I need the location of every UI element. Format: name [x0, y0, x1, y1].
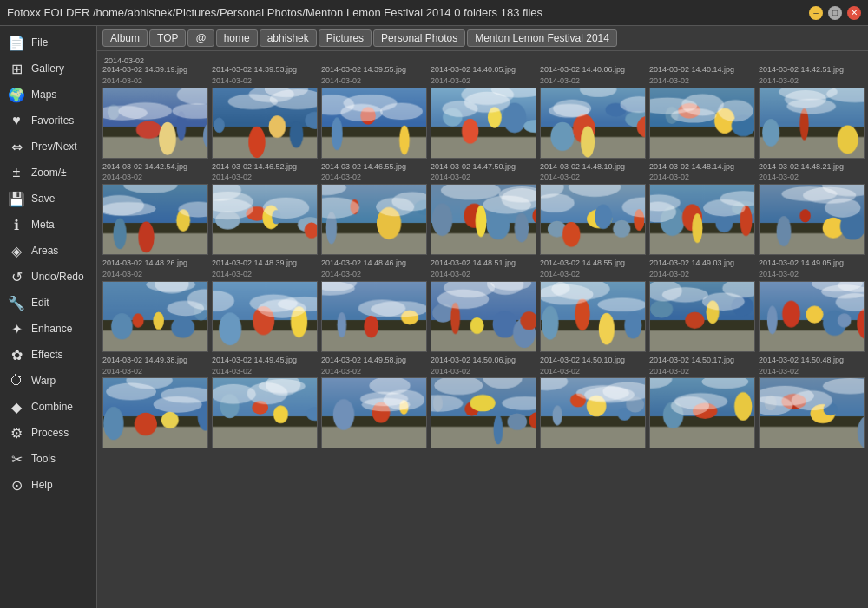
photo-item[interactable]: 2014-03-02 14.48.26.jpg2014-03-02 — [102, 258, 208, 352]
photo-thumbnail — [102, 377, 208, 448]
photo-item[interactable]: 2014-03-02 14.48.14.jpg2014-03-02 — [649, 162, 755, 256]
photo-item[interactable]: 2014-03-02 14.40.14.jpg2014-03-02 — [649, 65, 755, 159]
photo-date: 2014-03-02 — [540, 367, 646, 376]
photo-item[interactable]: 2014-03-02 14.48.21.jpg2014-03-02 — [759, 162, 865, 256]
photo-thumbnail — [649, 377, 755, 448]
photo-item[interactable]: 2014-03-02 14.50.06.jpg2014-03-02 — [431, 356, 536, 449]
sidebar-item-file[interactable]: 📄File — [0, 29, 96, 56]
photo-date: 2014-03-02 — [431, 367, 536, 376]
photo-item[interactable]: 2014-03-02 14.47.50.jpg2014-03-02 — [431, 162, 536, 256]
photo-item[interactable]: 2014-03-02 14.48.55.jpg2014-03-02 — [540, 258, 646, 352]
sidebar-item-favorites[interactable]: ♥Favorites — [0, 108, 96, 134]
sidebar-item-save[interactable]: 💾Save — [0, 186, 96, 212]
photo-date: 2014-03-02 — [649, 173, 755, 182]
photo-thumbnail — [759, 88, 865, 159]
photo-thumbnail — [759, 184, 865, 255]
process-icon: ⚙ — [7, 423, 26, 442]
photo-thumbnail — [759, 377, 865, 448]
photo-item[interactable]: 2014-03-02 14.39.19.jpg2014-03-02 — [102, 65, 208, 159]
sidebar-label-gallery: Gallery — [31, 62, 64, 75]
sidebar-item-undo-redo[interactable]: ↺Undo/Redo — [0, 264, 96, 290]
photo-row-row4: 2014-03-02 14.49.38.jpg2014-03-022014-03… — [102, 356, 863, 449]
breadcrumb-tab-pictures[interactable]: Pictures — [319, 29, 372, 47]
photo-thumbnail — [321, 377, 427, 448]
photo-item[interactable]: 2014-03-02 14.50.10.jpg2014-03-02 — [540, 356, 646, 449]
photo-filename: 2014-03-02 14.46.55.jpg — [321, 162, 427, 172]
photo-item[interactable]: 2014-03-02 14.42.51.jpg2014-03-02 — [759, 65, 865, 159]
photo-filename: 2014-03-02 14.48.55.jpg — [540, 258, 646, 268]
photo-date: 2014-03-02 — [321, 367, 427, 376]
gallery: 2014-03-022014-03-02 14.39.19.jpg2014-03… — [97, 51, 868, 608]
breadcrumb-tab-menton-lemon-festival-2014[interactable]: Menton Lemon Festival 2014 — [467, 29, 617, 47]
photo-item[interactable]: 2014-03-02 14.49.38.jpg2014-03-02 — [102, 356, 208, 449]
sidebar-item-zoom--[interactable]: ±Zoom/± — [0, 160, 96, 186]
save-icon: 💾 — [7, 189, 26, 208]
photo-thumbnail — [431, 184, 536, 255]
photo-item[interactable]: 2014-03-02 14.39.55.jpg2014-03-02 — [321, 65, 427, 159]
sidebar-item-prev-next[interactable]: ⇔Prev/Next — [0, 134, 96, 160]
photo-row-row3: 2014-03-02 14.48.26.jpg2014-03-022014-03… — [102, 258, 863, 352]
sidebar-label-undo-redo: Undo/Redo — [31, 271, 84, 283]
effects-icon: ✿ — [7, 345, 26, 364]
photo-item[interactable]: 2014-03-02 14.50.17.jpg2014-03-02 — [649, 356, 755, 449]
breadcrumb-tab-personal-photos[interactable]: Personal Photos — [373, 29, 465, 47]
photo-item[interactable]: 2014-03-02 14.49.58.jpg2014-03-02 — [321, 356, 427, 449]
photo-item[interactable]: 2014-03-02 14.49.03.jpg2014-03-02 — [649, 258, 755, 352]
sidebar-item-gallery[interactable]: ⊞Gallery — [0, 56, 96, 82]
photo-date: 2014-03-02 — [759, 270, 865, 279]
photo-date: 2014-03-02 — [649, 270, 755, 279]
photo-row-row1: 2014-03-02 14.39.19.jpg2014-03-022014-03… — [102, 65, 863, 159]
photo-item[interactable]: 2014-03-02 14.46.55.jpg2014-03-02 — [321, 162, 427, 256]
sidebar-label-areas: Areas — [31, 245, 58, 257]
breadcrumb-tab-@[interactable]: @ — [187, 29, 214, 47]
sidebar-item-tools[interactable]: ✂Tools — [0, 446, 96, 472]
photo-filename: 2014-03-02 14.49.05.jpg — [759, 258, 865, 268]
row-date-header: 2014-03-02 — [104, 56, 863, 65]
minimize-button[interactable]: – — [809, 6, 823, 20]
photo-item[interactable]: 2014-03-02 14.48.46.jpg2014-03-02 — [321, 258, 427, 352]
photo-item[interactable]: 2014-03-02 14.39.53.jpg2014-03-02 — [212, 65, 318, 159]
photo-item[interactable]: 2014-03-02 14.42.54.jpg2014-03-02 — [102, 162, 208, 256]
sidebar-item-combine[interactable]: ◆Combine — [0, 394, 96, 420]
meta-icon: ℹ — [7, 215, 26, 234]
photo-item[interactable]: 2014-03-02 14.40.06.jpg2014-03-02 — [540, 65, 646, 159]
photo-filename: 2014-03-02 14.42.51.jpg — [759, 65, 865, 75]
close-button[interactable]: ✕ — [847, 6, 861, 20]
photo-item[interactable]: 2014-03-02 14.46.52.jpg2014-03-02 — [212, 162, 318, 256]
photo-filename: 2014-03-02 14.50.48.jpg — [759, 356, 865, 365]
sidebar-item-warp[interactable]: ⏱Warp — [0, 368, 96, 394]
breadcrumb-tab-top[interactable]: TOP — [149, 29, 186, 47]
sidebar-item-enhance[interactable]: ✦Enhance — [0, 316, 96, 342]
breadcrumb-tab-album[interactable]: Album — [102, 29, 148, 47]
photo-item[interactable]: 2014-03-02 14.49.45.jpg2014-03-02 — [212, 356, 318, 449]
breadcrumb-tab-home[interactable]: home — [216, 29, 258, 47]
photo-item[interactable]: 2014-03-02 14.48.51.jpg2014-03-02 — [431, 258, 536, 352]
photo-thumbnail — [649, 184, 755, 255]
sidebar-item-process[interactable]: ⚙Process — [0, 420, 96, 446]
content-area: AlbumTOP@homeabhishekPicturesPersonal Ph… — [97, 26, 868, 608]
photo-date: 2014-03-02 — [321, 270, 427, 279]
photo-item[interactable]: 2014-03-02 14.49.05.jpg2014-03-02 — [759, 258, 865, 352]
photo-item[interactable]: 2014-03-02 14.48.10.jpg2014-03-02 — [540, 162, 646, 256]
sidebar-item-help[interactable]: ⊙Help — [0, 472, 96, 498]
sidebar-item-maps[interactable]: 🌍Maps — [0, 82, 96, 108]
maximize-button[interactable]: □ — [828, 6, 842, 20]
sidebar-item-edit[interactable]: 🔧Edit — [0, 290, 96, 316]
photo-row-row2: 2014-03-02 14.42.54.jpg2014-03-022014-03… — [102, 162, 863, 256]
photo-date: 2014-03-02 — [431, 173, 536, 182]
photo-date: 2014-03-02 — [321, 173, 427, 182]
sidebar-item-effects[interactable]: ✿Effects — [0, 342, 96, 368]
photo-filename: 2014-03-02 14.39.55.jpg — [321, 65, 427, 75]
sidebar-item-areas[interactable]: ◈Areas — [0, 238, 96, 264]
photo-item[interactable]: 2014-03-02 14.40.05.jpg2014-03-02 — [431, 65, 536, 159]
sidebar-label-enhance: Enhance — [31, 323, 72, 335]
photo-date: 2014-03-02 — [540, 76, 646, 86]
breadcrumb-tab-abhishek[interactable]: abhishek — [260, 29, 317, 47]
warp-icon: ⏱ — [7, 371, 26, 390]
photo-filename: 2014-03-02 14.40.05.jpg — [431, 65, 536, 75]
photo-item[interactable]: 2014-03-02 14.48.39.jpg2014-03-02 — [212, 258, 318, 352]
photo-date: 2014-03-02 — [212, 76, 318, 86]
sidebar-item-meta[interactable]: ℹMeta — [0, 212, 96, 238]
photo-item[interactable]: 2014-03-02 14.50.48.jpg2014-03-02 — [759, 356, 865, 449]
photo-thumbnail — [540, 377, 646, 448]
